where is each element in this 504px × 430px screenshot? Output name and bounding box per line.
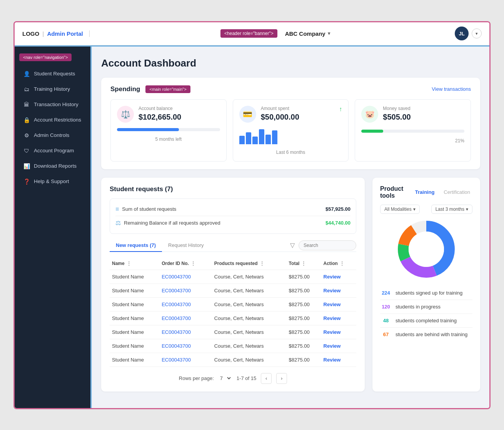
cell-total-2: $8275.00	[287, 297, 321, 311]
cell-name-0: Student Name	[110, 270, 159, 283]
table-row: Student Name EC00043700 Course, Cert, Ne…	[110, 297, 356, 311]
rows-per-page-select[interactable]: 7 10 15	[219, 375, 232, 382]
money-saved-percent: 21%	[361, 138, 464, 143]
col-dots-products[interactable]: ⋮	[259, 260, 265, 267]
cell-products-4: Course, Cert, Netwars	[212, 325, 287, 339]
rows-per-page-label: Rows per page:	[179, 375, 214, 381]
modalities-filter-label: All Modalities	[384, 207, 412, 212]
stat-behind: 67 students are behind with training	[380, 328, 472, 341]
review-button-4[interactable]: Review	[324, 329, 341, 335]
order-link-1[interactable]: EC00043700	[162, 288, 191, 293]
tab-new-requests[interactable]: New requests (7)	[110, 239, 162, 252]
stat-label-in-progress: students in progress	[396, 304, 441, 310]
cell-order-6: EC00043700	[159, 353, 212, 367]
stats-list: 224 students signed up for training 120 …	[380, 286, 472, 341]
student-requests-table: Name ⋮ Order ID No. ⋮ Products requested…	[110, 257, 356, 367]
sidebar-item-download-reports[interactable]: 📊 Download Reports	[17, 159, 88, 173]
stat-label-completed: students completed training	[396, 318, 457, 323]
spending-header: Spending <main role="main"> View transac…	[110, 85, 471, 93]
pt-title: Product tools	[380, 185, 408, 199]
col-header-products: Products requested ⋮	[212, 257, 287, 270]
order-link-0[interactable]: EC00043700	[162, 274, 191, 280]
money-saved-icon: 🐷	[361, 106, 378, 123]
modalities-filter-button[interactable]: All Modalities ▾	[380, 205, 420, 214]
col-dots-total[interactable]: ⋮	[301, 260, 306, 267]
col-header-name: Name ⋮	[110, 257, 159, 270]
account-balance-icon: ⚖️	[117, 106, 134, 123]
cell-order-5: EC00043700	[159, 339, 212, 353]
bar-4	[259, 129, 264, 144]
col-dots-name[interactable]: ⋮	[126, 260, 132, 267]
col-dots-action[interactable]: ⋮	[339, 260, 345, 267]
tab-request-history[interactable]: Request History	[162, 239, 210, 252]
table-row: Student Name EC00043700 Course, Cert, Ne…	[110, 311, 356, 325]
sidebar-item-account-program[interactable]: 🛡 Account Program	[17, 143, 88, 158]
spending-section: Spending <main role="main"> View transac…	[101, 78, 480, 169]
cell-total-3: $8275.00	[287, 311, 321, 325]
stat-completed: 48 students completed training	[380, 314, 472, 328]
header-chevron-button[interactable]: ▾	[472, 28, 482, 38]
cell-products-6: Course, Cert, Netwars	[212, 353, 287, 367]
bar-6	[272, 130, 277, 144]
donut-chart-wrap	[380, 218, 472, 280]
pagination: Rows per page: 7 10 15 1-7 of 15 ‹ ›	[110, 373, 356, 384]
pt-filters: All Modalities ▾ Last 3 months ▾	[380, 205, 472, 214]
cell-products-3: Course, Cert, Netwars	[212, 311, 287, 325]
review-button-5[interactable]: Review	[324, 343, 341, 349]
col-header-total: Total ⋮	[287, 257, 321, 270]
sr-amount-2: $44,740.00	[325, 220, 350, 226]
header-right: JL ▾	[455, 27, 482, 40]
account-balance-footer: 5 months left	[117, 137, 220, 142]
pt-tab-training[interactable]: Training	[413, 188, 437, 196]
company-selector[interactable]: ABC Company ▾	[285, 30, 330, 37]
review-button-0[interactable]: Review	[324, 274, 341, 280]
amount-spent-icon: 💳	[239, 106, 256, 123]
order-link-5[interactable]: EC00043700	[162, 343, 191, 349]
time-filter-button[interactable]: Last 3 months ▾	[431, 205, 472, 214]
review-button-1[interactable]: Review	[324, 288, 341, 293]
cell-action-4: Review	[321, 325, 356, 339]
account-program-icon: 🛡	[23, 147, 30, 154]
sr-label-2: Remaining Balance if all requests approv…	[124, 220, 220, 226]
modalities-chevron-icon: ▾	[413, 207, 416, 212]
review-button-3[interactable]: Review	[324, 315, 341, 321]
pt-tab-certification[interactable]: Certification	[441, 188, 472, 196]
company-chevron-icon: ▾	[328, 31, 330, 36]
money-saved-info: Money saved $505.00	[383, 106, 464, 122]
product-tools-panel: Product tools Training Certification All…	[372, 178, 480, 392]
col-dots-order[interactable]: ⋮	[190, 260, 196, 267]
sidebar-item-transaction-history[interactable]: 🏛 Transaction History	[17, 97, 88, 112]
order-link-3[interactable]: EC00043700	[162, 315, 191, 321]
money-saved-card: 🐷 Money saved $505.00 21%	[355, 99, 471, 162]
sidebar-item-help-support[interactable]: ❓ Help & Support	[17, 174, 88, 189]
cell-order-1: EC00043700	[159, 283, 212, 297]
filter-button[interactable]: ▽	[290, 242, 295, 249]
sidebar-item-student-requests[interactable]: 👤 Student Requests	[17, 67, 88, 81]
cell-name-6: Student Name	[110, 353, 159, 367]
amount-spent-info: Amount spent $50,000.00	[261, 106, 335, 122]
view-transactions-link[interactable]: View transactions	[432, 86, 471, 92]
cell-products-0: Course, Cert, Netwars	[212, 270, 287, 283]
pagination-prev-button[interactable]: ‹	[261, 373, 272, 384]
sidebar-item-admin-controls[interactable]: ⚙ Admin Controls	[17, 128, 88, 143]
order-link-6[interactable]: EC00043700	[162, 357, 191, 363]
student-requests-panel: Student requests (7) ≡ Sum of student re…	[101, 178, 365, 392]
stat-badge-behind: 67	[380, 332, 392, 337]
transaction-history-icon: 🏛	[23, 101, 30, 108]
order-link-2[interactable]: EC00043700	[162, 302, 191, 307]
cell-total-6: $8275.00	[287, 353, 321, 367]
search-input[interactable]	[299, 240, 356, 250]
main-content: Account Dashboard Spending <main role="m…	[92, 47, 489, 408]
pagination-next-button[interactable]: ›	[276, 373, 287, 384]
col-header-action: Action ⋮	[321, 257, 356, 270]
sidebar-item-training-history[interactable]: 🗂 Training History	[17, 82, 88, 97]
sidebar-item-account-restrictions[interactable]: 🔒 Account Restrictions	[17, 113, 88, 127]
sidebar-item-label: Help & Support	[34, 178, 69, 184]
svg-point-5	[409, 232, 444, 267]
order-link-4[interactable]: EC00043700	[162, 329, 191, 335]
account-restrictions-icon: 🔒	[23, 117, 30, 123]
review-button-6[interactable]: Review	[324, 357, 341, 363]
trend-up-icon: ↑	[339, 106, 342, 113]
cell-total-1: $8275.00	[287, 283, 321, 297]
review-button-2[interactable]: Review	[324, 302, 341, 307]
